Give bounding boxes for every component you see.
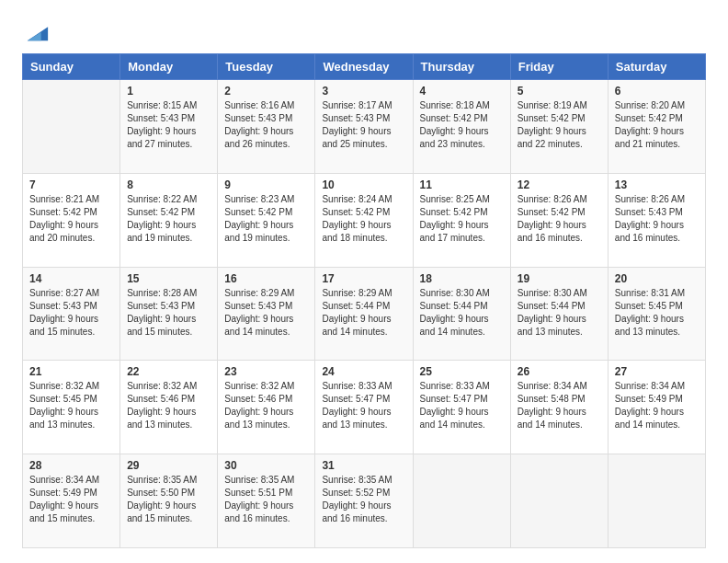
day-number: 27 [615, 365, 699, 378]
day-cell: 1Sunrise: 8:15 AMSunset: 5:43 PMDaylight… [120, 80, 218, 174]
day-cell: 30Sunrise: 8:35 AMSunset: 5:51 PMDayligh… [218, 454, 315, 548]
day-info: Sunrise: 8:33 AMSunset: 5:47 PMDaylight:… [420, 380, 504, 431]
day-info: Sunrise: 8:17 AMSunset: 5:43 PMDaylight:… [322, 99, 405, 151]
day-cell: 31Sunrise: 8:35 AMSunset: 5:52 PMDayligh… [315, 454, 413, 548]
day-cell: 21Sunrise: 8:32 AMSunset: 5:45 PMDayligh… [23, 361, 120, 454]
day-info: Sunrise: 8:23 AMSunset: 5:42 PMDaylight:… [224, 193, 308, 245]
day-cell: 27Sunrise: 8:34 AMSunset: 5:49 PMDayligh… [608, 361, 705, 454]
day-cell: 6Sunrise: 8:20 AMSunset: 5:42 PMDaylight… [608, 80, 705, 174]
day-info: Sunrise: 8:29 AMSunset: 5:44 PMDaylight:… [322, 287, 405, 339]
day-number: 20 [615, 272, 699, 285]
day-number: 29 [127, 459, 210, 472]
day-info: Sunrise: 8:19 AMSunset: 5:42 PMDaylight:… [518, 99, 601, 151]
day-info: Sunrise: 8:34 AMSunset: 5:48 PMDaylight:… [518, 380, 601, 431]
day-cell: 13Sunrise: 8:26 AMSunset: 5:43 PMDayligh… [608, 173, 705, 267]
day-number: 15 [127, 272, 210, 285]
day-cell: 10Sunrise: 8:24 AMSunset: 5:42 PMDayligh… [315, 173, 413, 267]
day-info: Sunrise: 8:34 AMSunset: 5:49 PMDaylight:… [615, 380, 699, 431]
day-cell [23, 80, 120, 174]
day-number: 18 [420, 272, 504, 285]
col-header-monday: Monday [120, 54, 218, 80]
day-cell: 9Sunrise: 8:23 AMSunset: 5:42 PMDaylight… [218, 173, 315, 267]
day-number: 3 [322, 85, 405, 98]
day-cell: 20Sunrise: 8:31 AMSunset: 5:45 PMDayligh… [608, 267, 705, 361]
day-number: 11 [420, 178, 504, 191]
day-cell: 5Sunrise: 8:19 AMSunset: 5:42 PMDaylight… [510, 80, 608, 174]
col-header-sunday: Sunday [23, 54, 120, 80]
day-cell: 14Sunrise: 8:27 AMSunset: 5:43 PMDayligh… [23, 267, 120, 361]
day-info: Sunrise: 8:22 AMSunset: 5:42 PMDaylight:… [127, 193, 210, 245]
day-number: 9 [224, 178, 308, 191]
day-info: Sunrise: 8:32 AMSunset: 5:46 PMDaylight:… [127, 380, 210, 431]
day-number: 21 [29, 365, 113, 378]
day-number: 17 [322, 272, 405, 285]
col-header-friday: Friday [510, 54, 608, 80]
week-row-0: 1Sunrise: 8:15 AMSunset: 5:43 PMDaylight… [23, 80, 706, 174]
day-cell: 16Sunrise: 8:29 AMSunset: 5:43 PMDayligh… [218, 267, 315, 361]
col-header-saturday: Saturday [608, 54, 705, 80]
col-header-thursday: Thursday [413, 54, 510, 80]
day-number: 16 [224, 272, 308, 285]
day-info: Sunrise: 8:16 AMSunset: 5:43 PMDaylight:… [224, 99, 308, 151]
day-number: 4 [420, 85, 504, 98]
day-number: 5 [518, 85, 601, 98]
calendar-header-row: SundayMondayTuesdayWednesdayThursdayFrid… [23, 54, 706, 80]
calendar-table: SundayMondayTuesdayWednesdayThursdayFrid… [22, 53, 706, 548]
calendar-page: SundayMondayTuesdayWednesdayThursdayFrid… [0, 0, 728, 563]
day-number: 31 [322, 459, 405, 472]
day-number: 23 [224, 365, 308, 378]
calendar: SundayMondayTuesdayWednesdayThursdayFrid… [22, 53, 706, 548]
day-cell: 15Sunrise: 8:28 AMSunset: 5:43 PMDayligh… [120, 267, 218, 361]
day-info: Sunrise: 8:15 AMSunset: 5:43 PMDaylight:… [127, 99, 210, 151]
col-header-tuesday: Tuesday [218, 54, 315, 80]
day-info: Sunrise: 8:25 AMSunset: 5:42 PMDaylight:… [420, 193, 504, 245]
day-info: Sunrise: 8:31 AMSunset: 5:45 PMDaylight:… [615, 287, 699, 339]
day-info: Sunrise: 8:30 AMSunset: 5:44 PMDaylight:… [420, 287, 504, 339]
day-cell: 28Sunrise: 8:34 AMSunset: 5:49 PMDayligh… [23, 454, 120, 548]
day-cell: 26Sunrise: 8:34 AMSunset: 5:48 PMDayligh… [510, 361, 608, 454]
day-number: 22 [127, 365, 210, 378]
day-cell: 3Sunrise: 8:17 AMSunset: 5:43 PMDaylight… [315, 80, 413, 174]
day-number: 24 [322, 365, 405, 378]
day-cell: 12Sunrise: 8:26 AMSunset: 5:42 PMDayligh… [510, 173, 608, 267]
day-number: 28 [29, 459, 113, 472]
week-row-3: 21Sunrise: 8:32 AMSunset: 5:45 PMDayligh… [23, 361, 706, 454]
day-cell: 23Sunrise: 8:32 AMSunset: 5:46 PMDayligh… [218, 361, 315, 454]
day-number: 1 [127, 85, 210, 98]
day-info: Sunrise: 8:34 AMSunset: 5:49 PMDaylight:… [29, 474, 113, 525]
day-cell: 29Sunrise: 8:35 AMSunset: 5:50 PMDayligh… [120, 454, 218, 548]
day-number: 10 [322, 178, 405, 191]
day-number: 14 [29, 272, 113, 285]
day-info: Sunrise: 8:20 AMSunset: 5:42 PMDaylight:… [615, 99, 699, 151]
day-number: 30 [224, 459, 308, 472]
day-cell [510, 454, 608, 548]
week-row-2: 14Sunrise: 8:27 AMSunset: 5:43 PMDayligh… [23, 267, 706, 361]
day-cell: 7Sunrise: 8:21 AMSunset: 5:42 PMDaylight… [23, 173, 120, 267]
day-cell: 8Sunrise: 8:22 AMSunset: 5:42 PMDaylight… [120, 173, 218, 267]
day-cell: 11Sunrise: 8:25 AMSunset: 5:42 PMDayligh… [413, 173, 510, 267]
day-cell: 19Sunrise: 8:30 AMSunset: 5:44 PMDayligh… [510, 267, 608, 361]
day-cell: 24Sunrise: 8:33 AMSunset: 5:47 PMDayligh… [315, 361, 413, 454]
day-cell: 4Sunrise: 8:18 AMSunset: 5:42 PMDaylight… [413, 80, 510, 174]
day-info: Sunrise: 8:24 AMSunset: 5:42 PMDaylight:… [322, 193, 405, 245]
day-cell [413, 454, 510, 548]
day-number: 26 [518, 365, 601, 378]
day-info: Sunrise: 8:27 AMSunset: 5:43 PMDaylight:… [29, 287, 113, 339]
day-info: Sunrise: 8:26 AMSunset: 5:42 PMDaylight:… [518, 193, 601, 245]
day-info: Sunrise: 8:33 AMSunset: 5:47 PMDaylight:… [322, 380, 405, 431]
day-info: Sunrise: 8:26 AMSunset: 5:43 PMDaylight:… [615, 193, 699, 245]
logo-icon [24, 18, 50, 44]
day-number: 8 [127, 178, 210, 191]
day-cell [608, 454, 705, 548]
day-info: Sunrise: 8:21 AMSunset: 5:42 PMDaylight:… [29, 193, 113, 245]
day-number: 25 [420, 365, 504, 378]
day-info: Sunrise: 8:35 AMSunset: 5:51 PMDaylight:… [224, 474, 308, 525]
day-info: Sunrise: 8:32 AMSunset: 5:45 PMDaylight:… [29, 380, 113, 431]
day-info: Sunrise: 8:30 AMSunset: 5:44 PMDaylight:… [518, 287, 601, 339]
day-number: 2 [224, 85, 308, 98]
day-info: Sunrise: 8:18 AMSunset: 5:42 PMDaylight:… [420, 99, 504, 151]
day-cell: 2Sunrise: 8:16 AMSunset: 5:43 PMDaylight… [218, 80, 315, 174]
week-row-4: 28Sunrise: 8:34 AMSunset: 5:49 PMDayligh… [23, 454, 706, 548]
day-cell: 17Sunrise: 8:29 AMSunset: 5:44 PMDayligh… [315, 267, 413, 361]
header [22, 18, 706, 44]
